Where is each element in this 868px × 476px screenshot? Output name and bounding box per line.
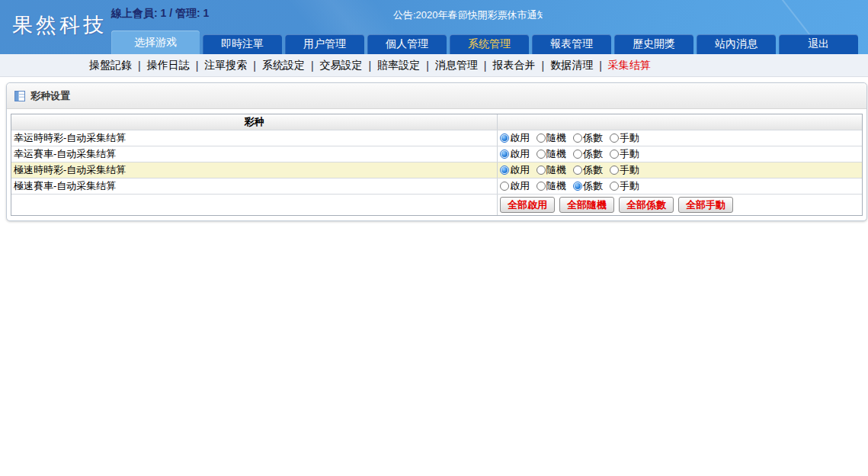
tab-select-game[interactable]: 选择游戏 — [111, 31, 200, 54]
subnav-link-system-settings[interactable]: 系统設定 — [262, 59, 305, 72]
radio-unselected-icon[interactable] — [610, 150, 619, 159]
lottery-name: 幸运時時彩-自动采集结算 — [11, 130, 497, 146]
subnav-link-report-merge[interactable]: 报表合并 — [492, 59, 535, 72]
mode-option[interactable]: 隨機 — [536, 131, 566, 145]
tab-site-messages[interactable]: 站內消息 — [697, 34, 776, 54]
tab-user-management[interactable]: 用户管理 — [285, 34, 364, 54]
radio-unselected-icon[interactable] — [573, 166, 582, 175]
radio-unselected-icon[interactable] — [536, 182, 546, 191]
announcement-marquee: 公告:2020年春節快開彩票休市通知 — [393, 8, 543, 21]
table-row: 極速賽車-自动采集结算啟用隨機係數手動 — [11, 178, 862, 194]
mode-label: 啟用 — [510, 131, 530, 145]
subnav-link-collect-settle[interactable]: 采集结算 — [608, 59, 651, 72]
mode-radio-group: 啟用隨機係數手動 — [497, 130, 862, 146]
mode-option[interactable]: 係數 — [573, 179, 603, 193]
separator: | — [253, 60, 256, 72]
radio-unselected-icon[interactable] — [610, 133, 619, 143]
sub-nav: 操盤記錄|操作日誌|注單搜索|系统設定|交易設定|賠率設定|消息管理|报表合并|… — [0, 54, 868, 77]
mode-label: 啟用 — [510, 147, 530, 161]
mode-option[interactable]: 隨機 — [536, 163, 566, 177]
panel-title: 彩种设置 — [30, 89, 70, 103]
mode-label: 隨機 — [546, 179, 566, 193]
tab-report-management[interactable]: 報表管理 — [532, 34, 611, 54]
bulk-action-row: 全部啟用全部隨機全部係數全部手動 — [11, 194, 862, 215]
main-nav: 选择游戏即時注單用户管理個人管理系统管理報表管理歷史開獎站內消息退出 — [111, 31, 858, 54]
subnav-link-trade-settings[interactable]: 交易設定 — [320, 59, 363, 72]
tab-personal-management[interactable]: 個人管理 — [367, 34, 447, 54]
radio-unselected-icon[interactable] — [573, 133, 582, 143]
subnav-link-odds-settings[interactable]: 賠率設定 — [377, 59, 420, 72]
separator: | — [311, 60, 314, 72]
tab-live-orders[interactable]: 即時注單 — [203, 34, 282, 54]
radio-unselected-icon[interactable] — [610, 182, 619, 191]
all-coefficient-button[interactable]: 全部係數 — [619, 197, 674, 213]
all-manual-button[interactable]: 全部手動 — [678, 197, 733, 213]
subnav-link-message-management[interactable]: 消息管理 — [435, 59, 478, 72]
mode-label: 係數 — [583, 163, 603, 177]
mode-label: 啟用 — [510, 163, 530, 177]
mode-option[interactable]: 手動 — [610, 131, 639, 145]
radio-unselected-icon[interactable] — [573, 150, 582, 159]
radio-selected-icon[interactable] — [500, 166, 509, 175]
radio-unselected-icon[interactable] — [536, 133, 546, 143]
bulk-buttons: 全部啟用全部隨機全部係數全部手動 — [497, 195, 862, 215]
column-header-mode — [497, 114, 862, 130]
mode-label: 隨機 — [546, 131, 566, 145]
app-logo: 果然科技 — [12, 11, 107, 39]
tab-history-draws[interactable]: 歷史開獎 — [614, 34, 693, 54]
mode-option[interactable]: 係數 — [573, 131, 603, 145]
separator: | — [426, 60, 429, 72]
mode-label: 係數 — [583, 147, 603, 161]
radio-unselected-icon[interactable] — [500, 182, 509, 191]
mode-option[interactable]: 係數 — [573, 147, 603, 161]
subnav-link-trade-records[interactable]: 操盤記錄 — [89, 59, 132, 72]
mode-option[interactable]: 係數 — [573, 163, 603, 177]
radio-unselected-icon[interactable] — [536, 150, 546, 159]
mode-label: 手動 — [620, 163, 639, 177]
separator: | — [369, 60, 372, 72]
lottery-table-body: 幸运時時彩-自动采集结算啟用隨機係數手動幸运賽車-自动采集结算啟用隨機係數手動極… — [11, 130, 862, 194]
mode-radio-group: 啟用隨機係數手動 — [497, 146, 862, 162]
tab-logout[interactable]: 退出 — [779, 34, 858, 54]
mode-option[interactable]: 啟用 — [500, 131, 530, 145]
lottery-name: 幸运賽車-自动采集结算 — [11, 146, 497, 162]
all-enable-button[interactable]: 全部啟用 — [500, 197, 555, 213]
lottery-table: 彩种 幸运時時彩-自动采集结算啟用隨機係數手動幸运賽車-自动采集结算啟用隨機係數… — [11, 114, 863, 216]
mode-label: 手動 — [620, 147, 639, 161]
mode-option[interactable]: 隨機 — [536, 179, 566, 193]
radio-selected-icon[interactable] — [500, 150, 509, 159]
mode-option[interactable]: 手動 — [610, 179, 639, 193]
subnav-link-data-cleanup[interactable]: 数据清理 — [550, 59, 593, 72]
lottery-name: 極速賽車-自动采集结算 — [11, 178, 497, 194]
header: 果然科技 線上會員: 1 / 管理: 1 公告:2020年春節快開彩票休市通知 … — [0, 0, 868, 54]
subnav-link-operation-logs[interactable]: 操作日誌 — [147, 59, 190, 72]
mode-radio-group: 啟用隨機係數手動 — [497, 162, 862, 178]
radio-unselected-icon[interactable] — [610, 166, 619, 175]
separator: | — [484, 60, 487, 72]
empty-cell — [11, 195, 497, 215]
mode-option[interactable]: 啟用 — [500, 147, 530, 161]
table-icon — [14, 91, 25, 101]
subnav-link-order-search[interactable]: 注單搜索 — [204, 59, 247, 72]
mode-option[interactable]: 手動 — [610, 147, 639, 161]
radio-selected-icon[interactable] — [500, 133, 509, 143]
panel-header: 彩种设置 — [7, 83, 866, 109]
mode-label: 係數 — [583, 179, 603, 193]
all-random-button[interactable]: 全部隨機 — [559, 197, 614, 213]
mode-option[interactable]: 啟用 — [500, 179, 530, 193]
mode-option[interactable]: 隨機 — [536, 147, 566, 161]
mode-option[interactable]: 啟用 — [500, 163, 530, 177]
mode-label: 手動 — [620, 179, 639, 193]
lottery-name: 極速時時彩-自动采集结算 — [11, 162, 497, 178]
table-row: 幸运時時彩-自动采集结算啟用隨機係數手動 — [11, 130, 862, 146]
tab-system-management[interactable]: 系统管理 — [450, 34, 529, 54]
radio-selected-icon[interactable] — [573, 182, 582, 191]
mode-label: 係數 — [583, 131, 603, 145]
table-row: 極速時時彩-自动采集结算啟用隨機係數手動 — [11, 162, 862, 178]
mode-option[interactable]: 手動 — [610, 163, 639, 177]
mode-radio-group: 啟用隨機係數手動 — [497, 178, 862, 194]
mode-label: 啟用 — [510, 179, 530, 193]
radio-unselected-icon[interactable] — [536, 166, 546, 175]
separator: | — [541, 60, 544, 72]
mode-label: 隨機 — [546, 147, 566, 161]
